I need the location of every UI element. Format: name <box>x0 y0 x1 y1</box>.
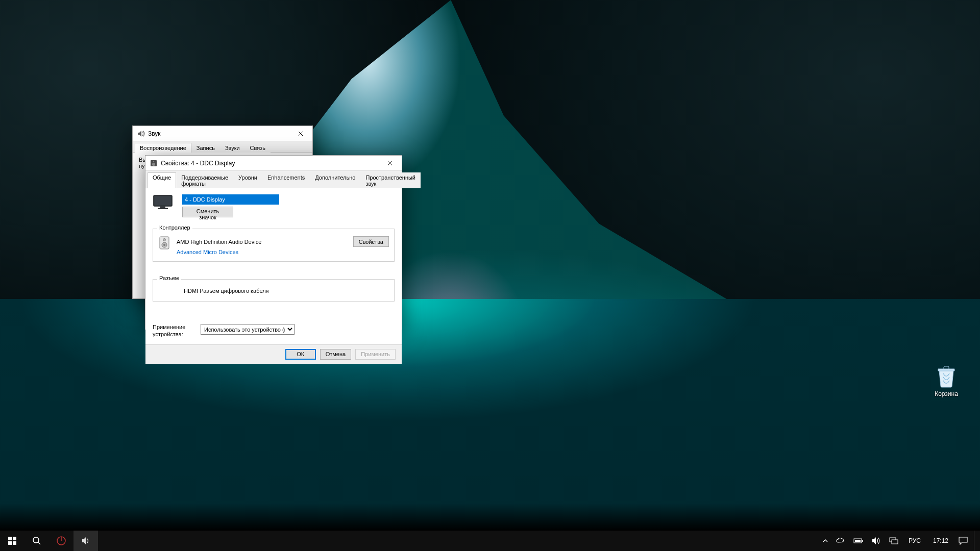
svg-point-10 <box>163 239 166 241</box>
svg-line-16 <box>38 542 40 544</box>
taskbar: РУС 17:12 <box>0 531 980 551</box>
tab-spatial-sound[interactable]: Пространственный звук <box>360 172 421 188</box>
tray-show-desktop[interactable] <box>974 531 977 551</box>
start-button[interactable] <box>0 531 24 551</box>
taskbar-app-1[interactable] <box>49 531 74 551</box>
controller-group: Контроллер AMD High Definition Audio Dev… <box>153 229 395 262</box>
jack-group-label: Разъем <box>157 275 181 281</box>
sound-window-tabs: Воспроизведение Запись Звуки Связь <box>133 141 312 153</box>
properties-window[interactable]: Свойства: 4 - DDC Display Общие Поддержи… <box>145 155 402 330</box>
properties-window-tabs: Общие Поддерживаемые форматы Уровни Enha… <box>145 171 402 188</box>
svg-rect-11 <box>8 537 12 540</box>
speaker-icon <box>137 130 145 138</box>
taskbar-search-button[interactable] <box>24 531 49 551</box>
device-icon <box>153 194 173 211</box>
svg-rect-14 <box>13 541 16 545</box>
apply-button[interactable]: Применить <box>355 349 396 360</box>
sound-window-close-button[interactable] <box>289 126 312 141</box>
svg-point-9 <box>163 244 165 246</box>
change-icon-button[interactable]: Сменить значок <box>182 207 233 217</box>
device-usage-select[interactable]: Использовать это устройство (вкл.) <box>201 324 295 335</box>
tab-recording[interactable]: Запись <box>191 143 220 153</box>
tray-onedrive-icon[interactable] <box>834 531 847 551</box>
tray-clock[interactable]: 17:12 <box>929 531 952 551</box>
desktop-icon-label: Корзина <box>927 390 966 397</box>
tab-supported-formats[interactable]: Поддерживаемые форматы <box>176 172 233 188</box>
controller-vendor-link[interactable]: Advanced Micro Devices <box>177 249 389 255</box>
controller-icon <box>158 236 170 251</box>
properties-window-close-button[interactable] <box>378 156 402 171</box>
device-name-input[interactable] <box>182 194 279 205</box>
properties-window-title: Свойства: 4 - DDC Display <box>161 160 235 167</box>
tab-levels[interactable]: Уровни <box>233 172 262 188</box>
tray-show-hidden-icons[interactable] <box>821 531 830 551</box>
controller-name: AMD High Definition Audio Device <box>177 239 261 245</box>
svg-rect-4 <box>154 196 171 205</box>
ok-button[interactable]: ОК <box>285 349 316 360</box>
jack-info: HDMI Разъем цифрового кабеля <box>158 287 389 295</box>
svg-rect-12 <box>13 537 16 540</box>
svg-rect-6 <box>158 208 168 209</box>
svg-rect-5 <box>160 206 165 208</box>
tray-action-center-icon[interactable] <box>957 531 970 551</box>
svg-rect-13 <box>8 541 12 545</box>
tab-sounds[interactable]: Звуки <box>220 143 245 153</box>
tab-enhancements[interactable]: Enhancements <box>262 172 310 188</box>
sound-window-title: Звук <box>148 130 161 137</box>
svg-rect-23 <box>892 540 898 544</box>
jack-group: Разъем HDMI Разъем цифрового кабеля <box>153 279 395 302</box>
tray-battery-icon[interactable] <box>851 531 866 551</box>
sound-window-titlebar[interactable]: Звук <box>133 126 312 141</box>
desktop-icon-recycle-bin[interactable]: Корзина <box>927 365 966 397</box>
svg-point-2 <box>153 161 155 162</box>
controller-group-label: Контроллер <box>157 224 192 231</box>
properties-tabpanel-general: Сменить значок Контроллер AMD High Defin <box>145 188 402 344</box>
tab-communications[interactable]: Связь <box>245 143 271 153</box>
tray-language-indicator[interactable]: РУС <box>904 531 925 551</box>
taskbar-app-sound[interactable] <box>74 531 98 551</box>
tray-network-icon[interactable] <box>887 531 900 551</box>
svg-point-1 <box>152 163 155 166</box>
properties-dialog-buttons: ОК Отмена Применить <box>145 344 402 364</box>
svg-point-15 <box>33 537 39 543</box>
recycle-bin-icon <box>936 365 957 388</box>
svg-rect-20 <box>862 540 863 542</box>
controller-properties-button[interactable]: Свойства <box>353 236 389 247</box>
svg-rect-21 <box>855 540 861 542</box>
properties-window-titlebar[interactable]: Свойства: 4 - DDC Display <box>145 156 402 171</box>
tab-playback[interactable]: Воспроизведение <box>135 143 191 153</box>
tab-general[interactable]: Общие <box>148 172 176 188</box>
tab-advanced[interactable]: Дополнительно <box>310 172 360 188</box>
device-usage-label: Применение устройства: <box>153 324 191 338</box>
cancel-button[interactable]: Отмена <box>320 349 351 360</box>
speaker-device-icon <box>150 159 158 167</box>
tray-volume-icon[interactable] <box>870 531 883 551</box>
